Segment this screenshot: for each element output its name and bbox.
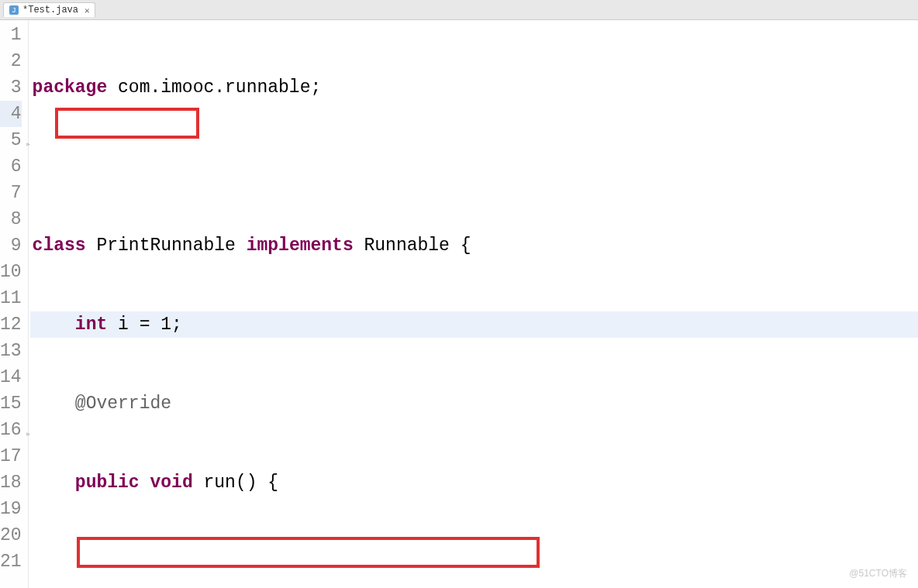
line-number: 8 — [0, 206, 22, 232]
line-number: 18 — [0, 469, 22, 496]
line-number: 15 — [0, 390, 22, 417]
editor-tab[interactable]: J *Test.java ✕ — [3, 2, 95, 17]
line-number: 2 — [0, 48, 22, 74]
line-number: 16▹ — [0, 417, 22, 443]
line-number: 10 — [0, 259, 22, 285]
watermark: @51CTO博客 — [849, 567, 907, 580]
code-line: @Override — [30, 390, 918, 417]
line-number: 1 — [0, 22, 22, 48]
line-number: 9 — [0, 232, 22, 259]
code-area[interactable]: package com.imooc.runnable; class PrintR… — [29, 20, 918, 588]
tab-bar: J *Test.java ✕ — [0, 0, 918, 20]
svg-text:J: J — [12, 6, 16, 14]
line-number: 5▹ — [0, 127, 22, 153]
line-number-gutter: 1 2 3 4 5▹ 6 7 8 9 10 11 12 13 14 15 16▹… — [0, 20, 29, 588]
tab-filename: *Test.java — [22, 5, 78, 15]
line-number: 17 — [0, 443, 22, 469]
close-icon[interactable]: ✕ — [85, 5, 90, 15]
line-number: 14 — [0, 364, 22, 390]
line-number: 3 — [0, 74, 22, 101]
line-number: 21 — [0, 548, 22, 575]
code-line: class PrintRunnable implements Runnable … — [30, 232, 918, 259]
java-file-icon: J — [9, 5, 19, 15]
code-line: package com.imooc.runnable; — [30, 74, 918, 101]
line-number: 13 — [0, 338, 22, 364]
line-number: 6 — [0, 153, 22, 180]
line-number: 4 — [0, 101, 22, 127]
code-line — [30, 548, 918, 575]
line-number: 19 — [0, 496, 22, 522]
line-number: 20 — [0, 522, 22, 548]
code-line — [30, 153, 918, 180]
line-number: 7 — [0, 180, 22, 206]
code-line: public void run() { — [30, 469, 918, 496]
line-number: 12 — [0, 311, 22, 338]
code-editor[interactable]: 1 2 3 4 5▹ 6 7 8 9 10 11 12 13 14 15 16▹… — [0, 20, 918, 588]
line-number: 11 — [0, 285, 22, 311]
code-line: int i = 1; — [30, 311, 918, 338]
